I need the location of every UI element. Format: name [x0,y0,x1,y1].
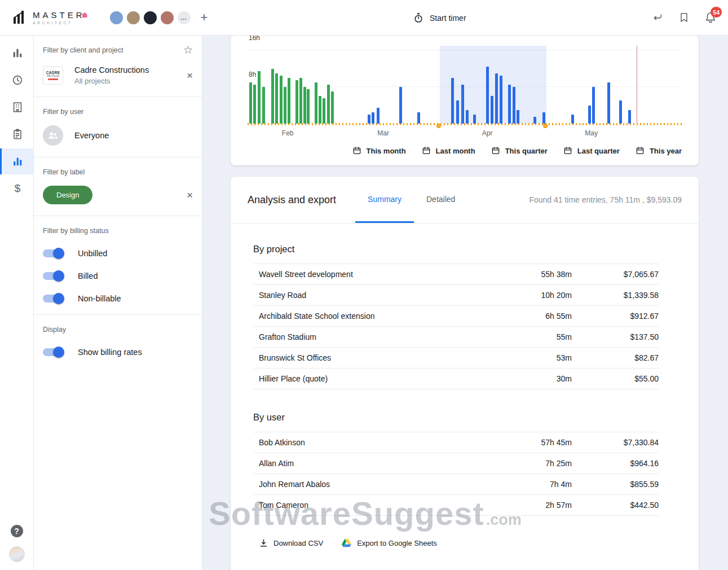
chart-bar [275,73,278,124]
client-filter-label: Filter by client and project [43,46,123,54]
display-section: Display Show billing rates [34,315,202,368]
chart-bar [456,100,459,124]
y-axis-label: 16h [249,36,260,42]
chart-bar [307,89,310,124]
client-chip[interactable]: CADRE DE VILLE Cadre Constructions All p… [43,65,193,85]
by-user-table: Bob Atkinson57h 45m$7,330.84Allan Atim7h… [253,432,659,516]
start-timer-button[interactable]: Start timer [413,0,466,36]
chart-bar [288,78,290,124]
time-chart-plot: 16h8h [248,46,682,124]
show-billing-rates-toggle[interactable] [43,348,63,356]
rail-item-poll-icon[interactable] [0,40,33,66]
project-name: Grafton Stadium [253,332,476,341]
user-avatar-4[interactable] [160,10,175,25]
label-chip-design[interactable]: Design [43,186,92,204]
avatar-overflow[interactable]: … [177,10,192,25]
month-label-may: May [585,129,598,137]
project-row[interactable]: Wavell Street development55h 38m$7,065.6… [253,264,659,285]
range-button-label: This month [367,147,406,155]
duration-cell: 7h 4m [476,480,572,489]
tab-summary[interactable]: Summary [355,177,414,223]
star-icon[interactable]: ☆ [183,45,193,55]
chart-bar [588,106,591,124]
rail-item-clipboard-icon[interactable] [0,121,33,147]
date-range-buttons: This monthLast monthThis quarterLast qua… [248,139,682,161]
user-filter-value[interactable]: Everyone [43,125,193,146]
range-button-this-quarter[interactable]: This quarter [491,146,548,155]
rail-item-bar-chart-icon[interactable] [0,148,33,174]
export-google-sheets-button[interactable]: Export to Google Sheets [341,538,437,548]
user-filter-section: Filter by user Everyone [34,97,202,157]
duration-cell: 10h 20m [476,291,572,300]
label-filter-section: Filter by label Design × [34,157,202,216]
download-csv-button[interactable]: Download CSV [259,538,323,548]
user-row[interactable]: Bob Atkinson57h 45m$7,330.84 [253,432,659,453]
add-user-button[interactable]: + [201,11,208,24]
rail-item-history-clock-icon[interactable] [0,67,33,93]
close-icon[interactable]: × [187,190,193,200]
chart-bar [319,96,321,124]
chart-bar [368,115,370,124]
billing-filter-section: Filter by billing status Unbilled Billed… [34,216,202,315]
toggle-row-unbilled: Unbilled [43,249,193,258]
unbilled-toggle[interactable] [43,249,63,257]
chart-bar [508,85,511,124]
project-row[interactable]: Hillier Place (quote)30m$55.00 [253,369,659,389]
amount-cell: $82.67 [572,353,659,362]
tab-detailed[interactable]: Detailed [414,177,467,223]
chart-bar [486,67,489,124]
calendar-icon [422,146,431,155]
user-name: Tom Cameron [253,501,476,510]
chart-bar [500,76,502,124]
rail-item-building-icon[interactable] [0,94,33,120]
user-avatar-3[interactable] [143,10,158,25]
project-row[interactable]: Brunswick St Offices53m$82.67 [253,348,659,369]
chart-bar [331,91,334,124]
range-button-this-year[interactable]: This year [636,146,682,155]
billed-label: Billed [78,271,98,280]
chart-bar [327,85,330,124]
duration-cell: 2h 57m [476,501,572,510]
bell-icon[interactable]: 54 [704,11,717,24]
project-row[interactable]: Grafton Stadium55m$137.50 [253,327,659,348]
user-row[interactable]: Allan Atim7h 25m$964.16 [253,453,659,474]
range-handle-end[interactable] [543,124,548,128]
chart-bar [262,87,265,124]
user-avatar-1[interactable] [109,10,124,25]
help-icon[interactable]: ? [11,525,23,537]
range-button-last-month[interactable]: Last month [422,146,475,155]
chart-bar [299,78,302,124]
analysis-card: Analysis and export Summary Detailed Fou… [231,177,699,570]
return-arrow-icon[interactable] [651,11,664,24]
client-filter-section: Filter by client and project ☆ CADRE DE … [34,36,202,97]
user-avatar-small[interactable] [9,546,25,562]
rail-item-dollar-icon[interactable]: $ [0,176,33,201]
amount-cell: $55.00 [572,374,659,383]
user-row[interactable]: Tom Cameron2h 57m$442.50 [253,495,659,516]
range-handle-start[interactable] [436,124,441,128]
range-button-this-month[interactable]: This month [352,146,406,155]
project-row[interactable]: Archibald State School extension6h 55m$9… [253,306,659,327]
billed-toggle[interactable] [43,272,63,280]
range-button-last-quarter[interactable]: Last quarter [563,146,620,155]
chart-bar [473,115,476,124]
month-label-apr: Apr [482,129,493,137]
client-name: Cadre Constructions [74,65,187,74]
unbilled-label: Unbilled [78,249,107,258]
group-avatar-icon [43,125,63,146]
user-filter-value-label: Everyone [74,131,109,140]
chart-bar [253,85,256,124]
export-sheets-label: Export to Google Sheets [357,539,437,547]
user-avatar-2[interactable] [126,10,141,25]
client-logo: CADRE DE VILLE [43,67,63,85]
user-row[interactable]: John Remart Abalos7h 4m$855.59 [253,474,659,495]
user-name: Bob Atkinson [253,438,476,447]
chart-bar [542,112,545,124]
non-billable-toggle[interactable] [43,295,63,302]
bookmark-icon[interactable] [678,12,690,23]
project-row[interactable]: Stanley Road10h 20m$1,339.58 [253,285,659,306]
close-icon[interactable]: × [187,70,193,81]
calendar-icon [352,146,361,155]
range-button-label: Last month [436,147,475,155]
time-chart-card: 16h8h FebMarAprMay This monthLast monthT… [231,36,699,165]
